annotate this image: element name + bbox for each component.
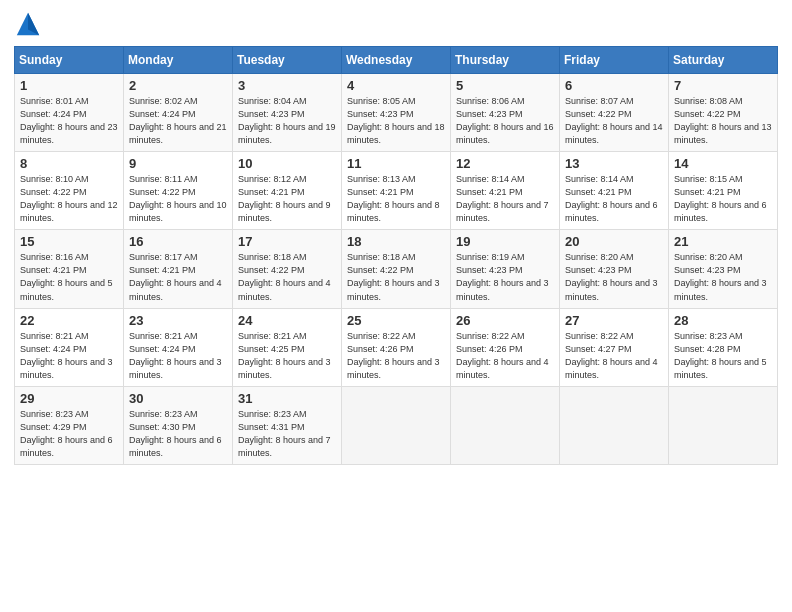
logo xyxy=(14,10,46,38)
header xyxy=(14,10,778,38)
day-number: 4 xyxy=(347,78,445,93)
day-number: 25 xyxy=(347,313,445,328)
calendar-cell: 5Sunrise: 8:06 AM Sunset: 4:23 PM Daylig… xyxy=(451,74,560,152)
calendar-cell: 31Sunrise: 8:23 AM Sunset: 4:31 PM Dayli… xyxy=(233,386,342,464)
calendar-cell: 24Sunrise: 8:21 AM Sunset: 4:25 PM Dayli… xyxy=(233,308,342,386)
calendar-cell: 25Sunrise: 8:22 AM Sunset: 4:26 PM Dayli… xyxy=(342,308,451,386)
day-header-monday: Monday xyxy=(124,47,233,74)
day-number: 24 xyxy=(238,313,336,328)
calendar-cell xyxy=(451,386,560,464)
day-info: Sunrise: 8:13 AM Sunset: 4:21 PM Dayligh… xyxy=(347,173,445,225)
day-info: Sunrise: 8:15 AM Sunset: 4:21 PM Dayligh… xyxy=(674,173,772,225)
day-number: 31 xyxy=(238,391,336,406)
day-number: 6 xyxy=(565,78,663,93)
day-number: 16 xyxy=(129,234,227,249)
calendar-cell xyxy=(342,386,451,464)
calendar-week-3: 15Sunrise: 8:16 AM Sunset: 4:21 PM Dayli… xyxy=(15,230,778,308)
day-number: 19 xyxy=(456,234,554,249)
day-info: Sunrise: 8:20 AM Sunset: 4:23 PM Dayligh… xyxy=(565,251,663,303)
day-info: Sunrise: 8:21 AM Sunset: 4:25 PM Dayligh… xyxy=(238,330,336,382)
day-number: 15 xyxy=(20,234,118,249)
day-info: Sunrise: 8:14 AM Sunset: 4:21 PM Dayligh… xyxy=(456,173,554,225)
day-info: Sunrise: 8:22 AM Sunset: 4:27 PM Dayligh… xyxy=(565,330,663,382)
calendar-body: 1Sunrise: 8:01 AM Sunset: 4:24 PM Daylig… xyxy=(15,74,778,465)
calendar-cell: 2Sunrise: 8:02 AM Sunset: 4:24 PM Daylig… xyxy=(124,74,233,152)
day-info: Sunrise: 8:14 AM Sunset: 4:21 PM Dayligh… xyxy=(565,173,663,225)
calendar-cell xyxy=(560,386,669,464)
day-number: 10 xyxy=(238,156,336,171)
day-info: Sunrise: 8:22 AM Sunset: 4:26 PM Dayligh… xyxy=(456,330,554,382)
calendar-cell: 16Sunrise: 8:17 AM Sunset: 4:21 PM Dayli… xyxy=(124,230,233,308)
calendar-cell: 15Sunrise: 8:16 AM Sunset: 4:21 PM Dayli… xyxy=(15,230,124,308)
calendar-cell: 11Sunrise: 8:13 AM Sunset: 4:21 PM Dayli… xyxy=(342,152,451,230)
calendar-week-5: 29Sunrise: 8:23 AM Sunset: 4:29 PM Dayli… xyxy=(15,386,778,464)
day-number: 9 xyxy=(129,156,227,171)
day-number: 28 xyxy=(674,313,772,328)
day-number: 3 xyxy=(238,78,336,93)
calendar-cell: 13Sunrise: 8:14 AM Sunset: 4:21 PM Dayli… xyxy=(560,152,669,230)
day-header-tuesday: Tuesday xyxy=(233,47,342,74)
calendar-week-2: 8Sunrise: 8:10 AM Sunset: 4:22 PM Daylig… xyxy=(15,152,778,230)
calendar-cell: 6Sunrise: 8:07 AM Sunset: 4:22 PM Daylig… xyxy=(560,74,669,152)
day-number: 18 xyxy=(347,234,445,249)
day-info: Sunrise: 8:20 AM Sunset: 4:23 PM Dayligh… xyxy=(674,251,772,303)
calendar-cell: 27Sunrise: 8:22 AM Sunset: 4:27 PM Dayli… xyxy=(560,308,669,386)
day-number: 20 xyxy=(565,234,663,249)
day-info: Sunrise: 8:18 AM Sunset: 4:22 PM Dayligh… xyxy=(347,251,445,303)
calendar-cell xyxy=(669,386,778,464)
day-number: 2 xyxy=(129,78,227,93)
day-number: 1 xyxy=(20,78,118,93)
day-header-wednesday: Wednesday xyxy=(342,47,451,74)
day-info: Sunrise: 8:17 AM Sunset: 4:21 PM Dayligh… xyxy=(129,251,227,303)
calendar-week-1: 1Sunrise: 8:01 AM Sunset: 4:24 PM Daylig… xyxy=(15,74,778,152)
day-info: Sunrise: 8:19 AM Sunset: 4:23 PM Dayligh… xyxy=(456,251,554,303)
calendar-cell: 4Sunrise: 8:05 AM Sunset: 4:23 PM Daylig… xyxy=(342,74,451,152)
day-number: 30 xyxy=(129,391,227,406)
day-number: 8 xyxy=(20,156,118,171)
day-number: 7 xyxy=(674,78,772,93)
calendar-cell: 28Sunrise: 8:23 AM Sunset: 4:28 PM Dayli… xyxy=(669,308,778,386)
day-number: 12 xyxy=(456,156,554,171)
day-header-friday: Friday xyxy=(560,47,669,74)
calendar-cell: 7Sunrise: 8:08 AM Sunset: 4:22 PM Daylig… xyxy=(669,74,778,152)
calendar: SundayMondayTuesdayWednesdayThursdayFrid… xyxy=(14,46,778,465)
day-number: 21 xyxy=(674,234,772,249)
day-info: Sunrise: 8:11 AM Sunset: 4:22 PM Dayligh… xyxy=(129,173,227,225)
day-number: 22 xyxy=(20,313,118,328)
calendar-cell: 30Sunrise: 8:23 AM Sunset: 4:30 PM Dayli… xyxy=(124,386,233,464)
day-info: Sunrise: 8:05 AM Sunset: 4:23 PM Dayligh… xyxy=(347,95,445,147)
day-info: Sunrise: 8:01 AM Sunset: 4:24 PM Dayligh… xyxy=(20,95,118,147)
day-info: Sunrise: 8:12 AM Sunset: 4:21 PM Dayligh… xyxy=(238,173,336,225)
day-number: 26 xyxy=(456,313,554,328)
day-number: 29 xyxy=(20,391,118,406)
day-info: Sunrise: 8:18 AM Sunset: 4:22 PM Dayligh… xyxy=(238,251,336,303)
day-number: 14 xyxy=(674,156,772,171)
calendar-cell: 19Sunrise: 8:19 AM Sunset: 4:23 PM Dayli… xyxy=(451,230,560,308)
day-info: Sunrise: 8:08 AM Sunset: 4:22 PM Dayligh… xyxy=(674,95,772,147)
day-info: Sunrise: 8:02 AM Sunset: 4:24 PM Dayligh… xyxy=(129,95,227,147)
day-header-saturday: Saturday xyxy=(669,47,778,74)
calendar-cell: 14Sunrise: 8:15 AM Sunset: 4:21 PM Dayli… xyxy=(669,152,778,230)
day-info: Sunrise: 8:23 AM Sunset: 4:30 PM Dayligh… xyxy=(129,408,227,460)
calendar-cell: 9Sunrise: 8:11 AM Sunset: 4:22 PM Daylig… xyxy=(124,152,233,230)
day-info: Sunrise: 8:21 AM Sunset: 4:24 PM Dayligh… xyxy=(20,330,118,382)
day-number: 23 xyxy=(129,313,227,328)
day-info: Sunrise: 8:23 AM Sunset: 4:29 PM Dayligh… xyxy=(20,408,118,460)
day-info: Sunrise: 8:22 AM Sunset: 4:26 PM Dayligh… xyxy=(347,330,445,382)
calendar-cell: 17Sunrise: 8:18 AM Sunset: 4:22 PM Dayli… xyxy=(233,230,342,308)
calendar-cell: 3Sunrise: 8:04 AM Sunset: 4:23 PM Daylig… xyxy=(233,74,342,152)
day-info: Sunrise: 8:23 AM Sunset: 4:28 PM Dayligh… xyxy=(674,330,772,382)
day-number: 17 xyxy=(238,234,336,249)
calendar-cell: 23Sunrise: 8:21 AM Sunset: 4:24 PM Dayli… xyxy=(124,308,233,386)
calendar-cell: 1Sunrise: 8:01 AM Sunset: 4:24 PM Daylig… xyxy=(15,74,124,152)
day-header-thursday: Thursday xyxy=(451,47,560,74)
day-info: Sunrise: 8:06 AM Sunset: 4:23 PM Dayligh… xyxy=(456,95,554,147)
calendar-cell: 21Sunrise: 8:20 AM Sunset: 4:23 PM Dayli… xyxy=(669,230,778,308)
day-info: Sunrise: 8:21 AM Sunset: 4:24 PM Dayligh… xyxy=(129,330,227,382)
calendar-cell: 26Sunrise: 8:22 AM Sunset: 4:26 PM Dayli… xyxy=(451,308,560,386)
calendar-week-4: 22Sunrise: 8:21 AM Sunset: 4:24 PM Dayli… xyxy=(15,308,778,386)
day-info: Sunrise: 8:04 AM Sunset: 4:23 PM Dayligh… xyxy=(238,95,336,147)
calendar-cell: 10Sunrise: 8:12 AM Sunset: 4:21 PM Dayli… xyxy=(233,152,342,230)
calendar-cell: 12Sunrise: 8:14 AM Sunset: 4:21 PM Dayli… xyxy=(451,152,560,230)
day-info: Sunrise: 8:23 AM Sunset: 4:31 PM Dayligh… xyxy=(238,408,336,460)
